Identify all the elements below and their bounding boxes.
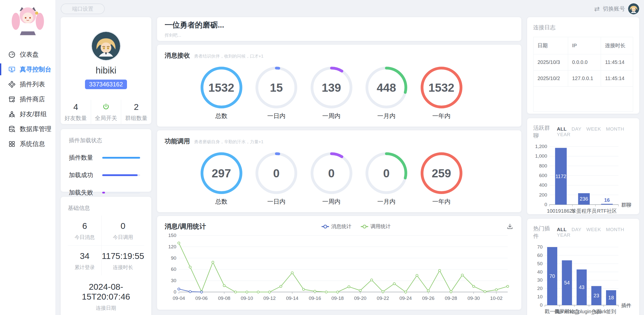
col-date: 日期 <box>533 37 568 54</box>
switch-account-label: 切换账号 <box>603 5 625 13</box>
port-settings-button[interactable]: 端口设置 <box>61 4 105 14</box>
sidebar-item-label: 好友/群组 <box>20 110 47 118</box>
svg-text:09-06: 09-06 <box>195 296 208 301</box>
svg-text:09-22: 09-22 <box>377 296 389 301</box>
line-chart: 030609012015009-0409-0609-0809-1009-1209… <box>165 232 514 304</box>
connection-log-table: 日期 IP 连接时长 2025/10/3 0.0.0.0 11:45:14 <box>533 37 633 112</box>
switch-icon: ⇄ <box>594 5 600 13</box>
connect-date-block: 2024-08-15T20:07:46 连接日期 <box>68 282 144 311</box>
message-stats-title: 消息接收 <box>165 51 190 60</box>
ring-value: 297 <box>212 166 231 180</box>
tab-week[interactable]: WEEK <box>586 126 601 132</box>
download-icon[interactable] <box>506 223 514 230</box>
tab-year[interactable]: YEAR <box>557 232 571 238</box>
topbar: 端口设置 ⇄ 切换账号 <box>61 3 639 15</box>
sidebar-item-system-info[interactable]: 系统信息 <box>0 136 55 151</box>
connect-duration-label: 连接时长 <box>102 264 144 271</box>
svg-text:60: 60 <box>171 266 176 272</box>
today-messages-value: 6 <box>68 221 101 231</box>
svg-text:800: 800 <box>539 163 547 168</box>
ring-label: 一周内 <box>309 112 354 120</box>
plugins-icon <box>8 81 16 88</box>
svg-text:09-10: 09-10 <box>241 296 253 301</box>
stat-ring-day: 0 一日内 <box>254 152 299 206</box>
ring-label: 总数 <box>199 112 244 120</box>
today-messages-cell: 6 今日消息 <box>68 215 101 246</box>
svg-text:1001918625: 1001918625 <box>547 208 575 214</box>
svg-text:09-04: 09-04 <box>173 296 185 301</box>
avatar-image <box>628 3 639 14</box>
stat-ring-month: 448 一月内 <box>364 67 409 120</box>
svg-text:60: 60 <box>537 253 543 258</box>
power-icon[interactable] <box>91 102 121 112</box>
connect-date-value: 2024-08-15T20:07:46 <box>68 282 144 302</box>
svg-text:400: 400 <box>539 182 547 188</box>
tab-all[interactable]: ALL <box>557 227 567 232</box>
ring-gauge: 259 <box>421 152 462 194</box>
topbar-avatar[interactable] <box>628 3 639 14</box>
svg-text:09-30: 09-30 <box>467 296 480 301</box>
load-success-row: 加载成功 <box>69 171 143 179</box>
legend-label: 消息统计 <box>331 223 352 230</box>
ring-gauge: 1532 <box>421 67 462 108</box>
stat-ring-week: 139 一周内 <box>309 67 354 120</box>
load-fail-row: 加载失败 <box>69 188 143 197</box>
tab-month[interactable]: MONTH <box>606 126 624 132</box>
switch-account-button[interactable]: ⇄ 切换账号 <box>594 3 639 14</box>
svg-text:40: 40 <box>537 269 543 275</box>
ring-label: 一日内 <box>254 112 299 120</box>
plugin-status-card: 插件加载状态 插件数量 加载成功 加载失败 <box>61 129 151 192</box>
grid-icon <box>8 140 16 148</box>
sidebar-item-dashboard[interactable]: 仪表盘 <box>0 47 55 62</box>
svg-text:09-14: 09-14 <box>286 296 298 301</box>
ring-gauge: 0 <box>366 152 407 194</box>
tab-year[interactable]: YEAR <box>557 132 571 137</box>
tab-all[interactable]: ALL <box>557 126 567 132</box>
tab-month[interactable]: MONTH <box>606 227 624 232</box>
stat-ring-month: 0 一月内 <box>364 152 409 206</box>
legend-message-series[interactable]: 消息统计 <box>321 223 352 230</box>
people-icon <box>8 110 16 118</box>
tab-week[interactable]: WEEK <box>586 227 601 232</box>
svg-text:RTF社区: RTF社区 <box>597 208 617 214</box>
svg-text:0: 0 <box>174 289 176 295</box>
sidebar-item-console[interactable]: 真寻控制台 <box>0 62 55 77</box>
svg-text:20: 20 <box>537 286 543 291</box>
call-stats-card: 功能调用 勇者磨砺自身，辛勤的汗水，力量+1 297 总数 0 一日内 <box>157 130 521 212</box>
legend-mark <box>321 226 329 227</box>
ring-label: 一年内 <box>419 198 464 206</box>
svg-text:90: 90 <box>171 255 176 261</box>
ring-gauge: 0 <box>311 152 352 194</box>
ring-label: 一年内 <box>419 112 464 120</box>
svg-text:09-20: 09-20 <box>354 296 367 301</box>
svg-text:0: 0 <box>544 202 547 207</box>
legend-call-series[interactable]: 调用统计 <box>361 223 391 230</box>
svg-text:09-08: 09-08 <box>218 296 230 301</box>
svg-text:43: 43 <box>579 284 584 290</box>
svg-text:18: 18 <box>608 295 614 300</box>
profile-avatar <box>91 31 121 61</box>
svg-text:10-02: 10-02 <box>490 296 503 301</box>
ring-value: 1532 <box>428 81 454 94</box>
hot-plugins-tabs: ALL DAY WEEK MONTH YEAR <box>553 227 633 238</box>
chart-legend: 消息统计 调用统计 <box>206 223 506 230</box>
ring-label: 总数 <box>199 198 244 206</box>
sidebar-item-plugin-list[interactable]: 插件列表 <box>0 77 55 92</box>
ring-value: 0 <box>383 166 390 180</box>
svg-text:70: 70 <box>549 273 555 279</box>
svg-text:插件: 插件 <box>621 303 631 308</box>
active-groups-title: 活跃群聊 <box>533 124 553 139</box>
call-stat-rings: 297 总数 0 一日内 0 一周内 0 <box>165 152 514 206</box>
sidebar-item-friends-groups[interactable]: 好友/群组 <box>0 107 55 122</box>
load-success-label: 加载成功 <box>69 171 100 179</box>
tab-day[interactable]: DAY <box>571 227 581 232</box>
svg-text:笨蛋程序员: 笨蛋程序员 <box>571 208 597 214</box>
tab-day[interactable]: DAY <box>571 126 581 132</box>
active-groups-chart: 02004006008001,0001,20011721001918625236… <box>533 141 633 218</box>
ring-value: 15 <box>270 81 283 94</box>
sidebar: 仪表盘 真寻控制台 插件列表 插件商店 好友/群组 <box>0 0 56 315</box>
sidebar-item-database[interactable]: 数据库管理 <box>0 122 55 136</box>
sidebar-item-plugin-store[interactable]: 插件商店 <box>0 92 55 107</box>
console-icon <box>8 66 16 73</box>
legend-mark <box>361 226 368 227</box>
